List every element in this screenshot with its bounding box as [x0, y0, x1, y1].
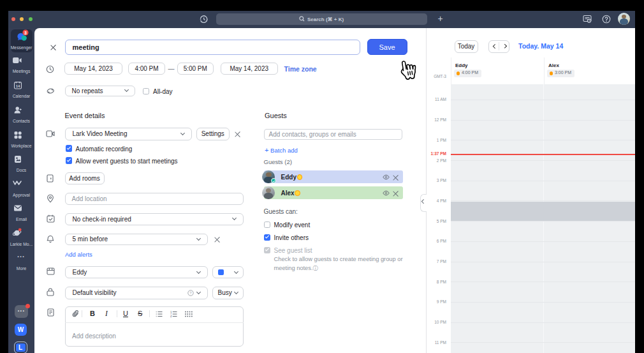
svg-text:2: 2 [170, 315, 172, 317]
svg-text:14: 14 [15, 84, 20, 88]
svg-text:3: 3 [24, 31, 27, 35]
svg-text:1: 1 [170, 311, 172, 314]
svg-text:?: ? [189, 291, 192, 295]
